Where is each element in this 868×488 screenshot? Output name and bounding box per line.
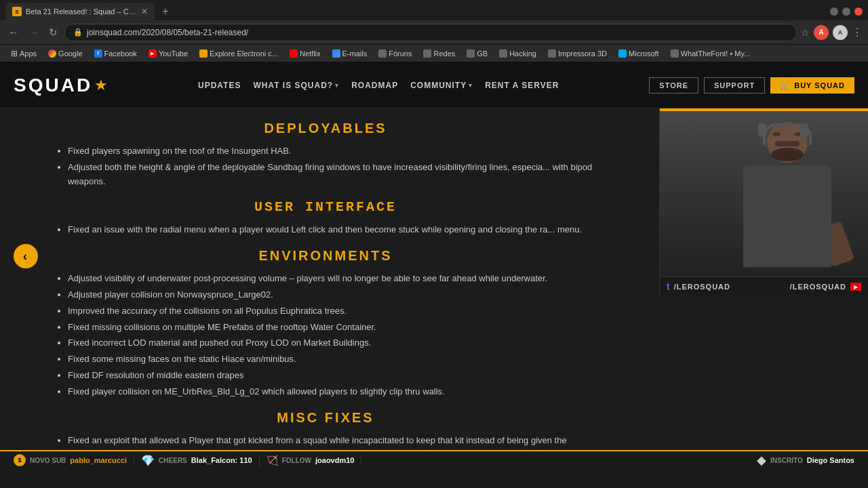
bookmark-whatthefont[interactable]: WhatTheFont! • My... <box>665 48 756 59</box>
google-icon <box>48 49 56 58</box>
address-bar[interactable]: 🔒 joinsquad.com/2020/08/05/beta-21-relea… <box>64 24 797 41</box>
bookmark-gb[interactable]: GB <box>461 48 493 59</box>
logo-star-icon: ★ <box>94 77 108 94</box>
close-button[interactable] <box>854 7 863 16</box>
reload-button[interactable]: ↻ <box>46 25 60 40</box>
browser-tab-bar: S Beta 21 Released! : Squad – Com... ✕ + <box>0 0 868 20</box>
bookmark-hacking[interactable]: Hacking <box>494 48 542 59</box>
inscrito-icon: ◆ <box>757 453 766 468</box>
stream-channel-bar: t /LEROSQUAD /LEROSQUAD ▶ <box>660 277 868 296</box>
bookmark-label: Hacking <box>509 49 536 58</box>
person-body <box>743 165 831 267</box>
nav-rent-server[interactable]: RENT A SERVER <box>485 81 559 90</box>
bookmark-label: Redes <box>433 49 455 58</box>
sub-icon: $ <box>14 454 26 466</box>
bookmark-impressora[interactable]: Impressora 3D <box>542 48 612 59</box>
tab-title: Beta 21 Released! : Squad – Com... <box>26 7 137 16</box>
cheers-notification: 💎 CHEERS Blak_Falcon: 110 <box>134 454 260 467</box>
back-arrow-icon: ‹ <box>23 249 27 264</box>
bookmark-label: Google <box>58 49 82 58</box>
youtube-icon: ▶ <box>149 49 157 58</box>
chevron-down-icon: ▾ <box>469 82 473 89</box>
address-text: joinsquad.com/2020/08/05/beta-21-release… <box>87 28 248 37</box>
list-item: Fixed incorrect LOD material and pushed … <box>68 336 597 350</box>
impressora-icon <box>548 49 556 58</box>
netflix-icon <box>290 49 298 58</box>
header-buttons: STORE SUPPORT 🛒 BUY SQUAD <box>649 77 854 94</box>
stream-brand-right: /LEROSQUAD ▶ <box>790 283 861 291</box>
bottom-notification-bar: $ NOVO SUB pablo_marcucci 💎 CHEERS Blak_… <box>0 450 868 469</box>
stream-top-bar <box>660 108 868 111</box>
list-item: Fixed DF resolution of middle eastern dr… <box>68 369 597 383</box>
bookmark-netflix[interactable]: Netflix <box>284 48 326 59</box>
menu-button[interactable]: ⋮ <box>852 26 863 39</box>
sub-label: NOVO SUB <box>30 457 66 464</box>
window-controls <box>830 7 863 16</box>
bookmark-apps[interactable]: ⊞ Apps <box>5 47 42 60</box>
diamond-icon: 💎 <box>141 454 155 467</box>
bookmark-label: Facebook <box>104 49 137 58</box>
cheers-label: CHEERS <box>159 457 187 464</box>
support-button[interactable]: SUPPORT <box>704 77 765 94</box>
stream-channel-name: /LEROSQUAD <box>674 283 730 291</box>
twitch-icon: t <box>667 281 670 292</box>
list-item: Fixed some missing faces on the static H… <box>68 352 597 367</box>
bookmark-forums[interactable]: Fóruns <box>373 48 417 59</box>
bookmark-microsoft[interactable]: Microsoft <box>613 48 665 59</box>
redes-icon <box>423 49 431 58</box>
bookmark-label: Netflix <box>300 49 321 58</box>
bookmark-label: Microsoft <box>629 49 659 58</box>
maximize-button[interactable] <box>842 7 850 16</box>
nav-what-is-squad[interactable]: WHAT IS SQUAD? ▾ <box>253 81 339 90</box>
bookmark-explore[interactable]: Explore Electroni c... <box>194 48 283 59</box>
store-button[interactable]: STORE <box>649 77 698 94</box>
nav-updates[interactable]: UPDATES <box>198 81 241 90</box>
tab-close-icon[interactable]: ✕ <box>141 7 148 16</box>
browser-tab[interactable]: S Beta 21 Released! : Squad – Com... ✕ <box>5 3 155 20</box>
environments-heading: ENVIRONMENTS <box>54 248 597 264</box>
bookmark-redes[interactable]: Redes <box>418 48 460 59</box>
minimize-button[interactable] <box>830 7 838 16</box>
inscrito-notification: ◆ Inscrito Diego Santos <box>750 453 861 468</box>
buy-squad-button[interactable]: 🛒 BUY SQUAD <box>770 77 854 94</box>
misc-fixes-heading: MISC FIXES <box>54 410 597 426</box>
site-logo[interactable]: SQUAD ★ <box>14 75 108 96</box>
follow-icon: 🏹 <box>267 455 278 466</box>
sub-value: pablo_marcucci <box>70 456 127 464</box>
list-item: Adjusted both the height & angle of the … <box>68 161 597 189</box>
list-item: Adjusted player collision on Norwayspruc… <box>68 288 597 302</box>
nav-community[interactable]: COMMUNITY ▾ <box>410 81 473 90</box>
bookmark-google[interactable]: Google <box>43 48 87 59</box>
list-item: Fixed players spawning on the roof of th… <box>68 144 597 159</box>
list-item: Adjusted visibility of underwater post-p… <box>68 272 597 286</box>
list-item: Fixed player collision on ME_UrbRes_Bld_… <box>68 385 597 399</box>
hacking-icon <box>499 49 507 58</box>
stream-overlay: t /LEROSQUAD /LEROSQUAD ▶ <box>659 108 868 296</box>
follow-notification: 🏹 FOLLOW joaovdm10 <box>260 455 362 466</box>
bookmark-emails[interactable]: E-mails <box>327 48 373 59</box>
cart-icon: 🛒 <box>780 81 791 90</box>
bookmark-label: Apps <box>20 49 37 58</box>
ssl-icon: 🔒 <box>73 28 83 37</box>
bookmark-youtube[interactable]: ▶ YouTube <box>143 48 193 59</box>
stream-person-figure <box>733 122 842 271</box>
page-content: SQUAD ★ UPDATES WHAT IS SQUAD? ▾ ROADMAP… <box>0 62 868 469</box>
list-item: Improved the accuracy of the collisions … <box>68 304 597 319</box>
content-area: ‹ DEPLOYABLES Fixed players spawning on … <box>0 108 868 469</box>
star-icon[interactable]: ☆ <box>801 27 810 38</box>
nav-roadmap[interactable]: ROADMAP <box>351 81 398 90</box>
bookmarks-bar: ⊞ Apps Google f Facebook ▶ YouTube Explo… <box>0 45 868 62</box>
microsoft-icon <box>618 49 627 58</box>
extensions-icon[interactable]: A <box>814 25 829 40</box>
forward-nav-button[interactable]: → <box>26 25 42 40</box>
logo-text: SQUAD <box>14 75 92 96</box>
back-arrow-button[interactable]: ‹ <box>14 244 38 268</box>
bookmark-facebook[interactable]: f Facebook <box>89 48 142 59</box>
back-nav-button[interactable]: ← <box>5 25 22 40</box>
new-tab-button[interactable]: + <box>157 3 174 20</box>
bookmark-label: E-mails <box>342 49 368 58</box>
adblock-icon[interactable]: A <box>833 25 848 40</box>
tab-favicon: S <box>12 7 22 16</box>
stream-video <box>660 108 868 277</box>
stream-brand-left: t /LEROSQUAD <box>667 281 730 292</box>
